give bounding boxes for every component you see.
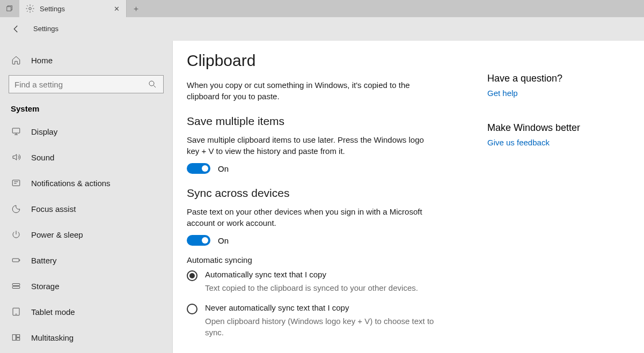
- sidebar-item-label: Power & sleep: [31, 230, 83, 239]
- sidebar-item-label: Tablet mode: [31, 307, 75, 317]
- sidebar-item-label: Storage: [31, 282, 60, 291]
- browser-tabstrip: Settings ✕ ＋: [0, 0, 644, 17]
- sidebar-item-focus[interactable]: Focus assist: [0, 196, 172, 222]
- get-help-link[interactable]: Get help: [487, 89, 518, 98]
- sync-option-1[interactable]: Never automatically sync text that I cop…: [187, 303, 474, 338]
- toggle-track: [187, 163, 210, 174]
- svg-rect-8: [12, 286, 20, 289]
- toggle-track: [187, 235, 210, 246]
- search-input-wrapper[interactable]: [9, 75, 164, 93]
- page-title: Clipboard: [187, 52, 474, 70]
- power-icon: [11, 229, 21, 240]
- radio-label: Never automatically sync text that I cop…: [205, 303, 441, 312]
- sidebar-item-sound[interactable]: Sound: [0, 144, 172, 170]
- tabstrip-corner-icon[interactable]: [0, 0, 19, 17]
- svg-rect-5: [12, 180, 20, 186]
- sound-icon: [11, 152, 21, 163]
- radio-description: Text copied to the clipboard is synced t…: [205, 282, 418, 293]
- svg-rect-6: [12, 259, 19, 262]
- sidebar-item-label: Sound: [31, 153, 54, 162]
- sidebar-item-label: Focus assist: [31, 204, 76, 214]
- radio-label: Automatically sync text that I copy: [205, 270, 418, 279]
- intro-text: When you copy or cut something in Window…: [187, 79, 434, 102]
- svg-rect-10: [12, 335, 16, 341]
- svg-rect-1: [7, 7, 11, 11]
- sidebar-item-label: Display: [31, 127, 57, 136]
- focus-icon: [11, 203, 21, 214]
- sidebar-item-battery[interactable]: Battery: [0, 247, 172, 273]
- search-input[interactable]: [14, 80, 143, 89]
- sidebar-item-multi[interactable]: Multitasking: [0, 325, 172, 350]
- radio-indicator: [187, 270, 197, 281]
- svg-point-3: [149, 81, 154, 86]
- toggle-state-label: On: [218, 164, 229, 173]
- gear-icon: [25, 3, 35, 14]
- svg-rect-7: [12, 284, 20, 286]
- help-aside: Have a question? Get help Make Windows b…: [487, 52, 644, 332]
- storage-icon: [11, 281, 21, 291]
- sidebar-home-label: Home: [31, 56, 53, 65]
- content-area: Clipboard When you copy or cut something…: [173, 41, 644, 353]
- question-heading: Have a question?: [487, 73, 644, 84]
- browser-tab-settings[interactable]: Settings ✕: [19, 0, 127, 17]
- section-save-desc: Save multiple clipboard items to use lat…: [187, 134, 434, 157]
- give-feedback-link[interactable]: Give us feedback: [487, 138, 550, 147]
- close-tab-icon[interactable]: ✕: [111, 3, 122, 14]
- search-icon: [147, 79, 158, 90]
- sidebar-item-tablet[interactable]: Tablet mode: [0, 299, 172, 325]
- notify-icon: [11, 178, 21, 188]
- sidebar-home[interactable]: Home: [0, 48, 172, 72]
- feedback-heading: Make Windows better: [487, 122, 644, 134]
- auto-sync-subheading: Automatic syncing: [187, 255, 474, 264]
- back-button[interactable]: [10, 23, 23, 35]
- home-icon: [11, 55, 21, 65]
- radio-indicator: [187, 304, 197, 314]
- sidebar-item-label: Battery: [31, 256, 57, 265]
- sidebar-item-label: Notifications & actions: [31, 179, 111, 188]
- new-tab-button[interactable]: ＋: [127, 0, 145, 17]
- battery-icon: [11, 255, 21, 266]
- sidebar-item-notify[interactable]: Notifications & actions: [0, 170, 172, 196]
- toggle-sync-devices[interactable]: On: [187, 235, 474, 246]
- svg-rect-11: [17, 335, 20, 337]
- svg-point-2: [29, 8, 32, 10]
- section-save-heading: Save multiple items: [187, 115, 474, 128]
- sidebar-item-display[interactable]: Display: [0, 119, 172, 144]
- section-sync-desc: Paste text on your other devices when yo…: [187, 206, 434, 229]
- sidebar-item-storage[interactable]: Storage: [0, 273, 172, 299]
- sync-option-0[interactable]: Automatically sync text that I copyText …: [187, 270, 474, 293]
- header-bar: Settings: [0, 17, 644, 41]
- svg-rect-4: [12, 128, 20, 133]
- sidebar-item-label: Multitasking: [31, 333, 74, 342]
- svg-rect-12: [17, 338, 20, 341]
- sidebar-group-label: System: [0, 102, 172, 119]
- section-sync-heading: Sync across devices: [187, 187, 474, 200]
- display-icon: [11, 126, 21, 137]
- sidebar: Home System DisplaySoundNotifications & …: [0, 41, 173, 353]
- toggle-save-multiple[interactable]: On: [187, 163, 474, 174]
- radio-description: Open clipboard history (Windows logo key…: [205, 315, 441, 338]
- header-title: Settings: [33, 25, 58, 33]
- sidebar-item-power[interactable]: Power & sleep: [0, 222, 172, 247]
- tab-title: Settings: [40, 5, 65, 13]
- toggle-state-label: On: [218, 236, 229, 245]
- tablet-icon: [11, 306, 21, 317]
- multi-icon: [11, 332, 21, 343]
